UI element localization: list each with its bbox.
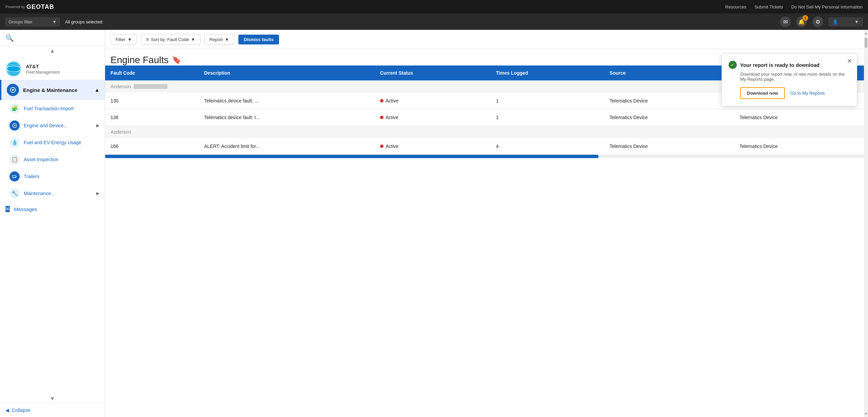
notifications-button[interactable]: 🔔 1 [796, 16, 807, 27]
reports-label: Go to My Reports [790, 91, 825, 96]
sidebar-item-fuel-transaction[interactable]: 🧩 Fuel Transaction Import [0, 100, 105, 117]
group-name-cell: Anderson [111, 129, 859, 135]
fuel-ev-icon: 💧 [9, 137, 20, 148]
sidebar-label-fuel-ev: Fuel and EV Energy Usage [24, 140, 99, 145]
page-title-text: Engine Faults [111, 55, 169, 65]
col-current-status: Current Status [375, 65, 491, 80]
sort-button[interactable]: ≡ Sort by: Fault Code ▼ [141, 34, 200, 45]
cell-status: Active [375, 93, 491, 109]
submit-tickets-link[interactable]: Submit Tickets [754, 4, 783, 10]
resources-link[interactable]: Resources [725, 4, 746, 10]
collapse-chevron-icon: ◀ [5, 407, 9, 413]
sidebar-item-engine-device[interactable]: Engine and Device... ▶ [0, 117, 105, 134]
notification-title: Your report is ready to download [740, 62, 820, 68]
horizontal-scrollbar-thumb [105, 155, 598, 158]
sort-chevron-icon: ▼ [191, 37, 195, 42]
status-dot-icon [380, 145, 383, 148]
sidebar-label-fuel-transaction: Fuel Transaction Import [24, 106, 99, 111]
sort-icon: ≡ [146, 37, 149, 42]
col-fault-code: Fault Code [105, 65, 199, 80]
table-row: Anderson [105, 126, 864, 138]
svg-point-5 [12, 89, 14, 91]
search-icon[interactable]: 🔍 [5, 34, 14, 42]
sidebar-label-engine-device: Engine and Device... [24, 123, 92, 128]
notification-badge: 1 [803, 15, 808, 21]
cell-times-logged: 4 [491, 138, 604, 155]
svg-point-14 [15, 177, 16, 178]
user-chevron-icon: ▼ [854, 19, 859, 24]
download-now-button[interactable]: Download now [740, 87, 785, 99]
table-row[interactable]: 136 Telematics device fault: t... Active… [105, 109, 864, 126]
report-button[interactable]: Report ▼ [204, 34, 234, 45]
do-not-sell-link[interactable]: Do Not Sell My Personal Information [791, 4, 863, 10]
engine-device-icon [9, 120, 20, 131]
topbar-icons: ✉ 🔔 1 ⚙ 👤 ▼ [780, 16, 863, 27]
col-description: Description [199, 65, 375, 80]
notification-popup: ✕ ✓ Your report is ready to download Dow… [722, 54, 857, 106]
sidebar-item-trailers[interactable]: Trailers [0, 168, 105, 185]
dismiss-faults-button[interactable]: Dismiss faults [238, 35, 279, 44]
brand-text: AT&T Fleet Management [26, 63, 60, 75]
sidebar: 🔍 ▲ AT&T Fleet Management Engine & Maint… [0, 30, 105, 417]
trailers-icon [9, 171, 20, 182]
sidebar-brand: AT&T Fleet Management [0, 55, 105, 80]
collapse-label: Collapse [12, 407, 30, 413]
cell-status: Active [375, 138, 491, 155]
sidebar-label-trailers: Trailers [24, 174, 99, 179]
sidebar-collapse-button[interactable]: ◀ Collapse [0, 403, 105, 417]
sidebar-item-asset-inspection[interactable]: 📋 Asset Inspection [0, 151, 105, 168]
sidebar-scroll-down-button[interactable]: ▼ [0, 394, 105, 403]
cell-description: Telematics device fault: ... [199, 93, 375, 109]
brand-area: Powered by GEOTAB [5, 3, 54, 11]
vertical-scrollbar[interactable]: ▲ ▼ [864, 30, 868, 417]
cell-protocol: Telematics Device [734, 138, 864, 155]
top-bar: Powered by GEOTAB Resources Submit Ticke… [0, 0, 868, 14]
cell-times-logged: 1 [491, 109, 604, 126]
maintenance-icon: 🔧 [9, 188, 20, 198]
mail-icon-button[interactable]: ✉ [780, 16, 791, 27]
filter-button[interactable]: Filter ▼ [111, 34, 137, 45]
top-nav: Resources Submit Tickets Do Not Sell My … [725, 4, 863, 10]
horizontal-scrollbar[interactable] [105, 155, 864, 158]
report-label: Report [210, 37, 223, 42]
sidebar-scroll-up-button[interactable]: ▲ [0, 46, 105, 55]
cell-fault-code: 136 [105, 109, 199, 126]
user-dropdown[interactable]: 👤 ▼ [829, 18, 863, 26]
settings-button[interactable]: ⚙ [812, 16, 823, 27]
user-icon: 👤 [832, 19, 838, 24]
fault-table-container: Fault Code Description Current Status Ti… [105, 65, 864, 417]
cell-source: Telematics Device [604, 109, 734, 126]
group-name-label: Anderson [111, 129, 131, 135]
sidebar-item-messages[interactable]: ✉ Messages [0, 202, 105, 216]
sidebar-item-engine-maintenance[interactable]: Engine & Maintenance ▲ [0, 80, 105, 100]
att-logo-icon [5, 61, 22, 77]
status-label: Active [386, 144, 398, 149]
table-row[interactable]: 166 ALERT: Accident limit for... Active … [105, 138, 864, 155]
maintenance-arrow-icon: ▶ [96, 191, 99, 196]
sidebar-scroll-area: 🧩 Fuel Transaction Import Engine and Dev… [0, 100, 105, 394]
main-layout: 🔍 ▲ AT&T Fleet Management Engine & Maint… [0, 30, 868, 417]
col-times-logged: Times Logged [491, 65, 604, 80]
asset-inspection-icon: 📋 [9, 154, 20, 165]
sidebar-item-fuel-ev[interactable]: 💧 Fuel and EV Energy Usage [0, 134, 105, 151]
groups-filter-select[interactable]: Groups filter ▼ [5, 18, 60, 26]
cell-source: Telematics Device [604, 138, 734, 155]
close-notification-button[interactable]: ✕ [847, 57, 852, 65]
dismiss-label: Dismiss faults [244, 37, 274, 42]
content-area: Filter ▼ ≡ Sort by: Fault Code ▼ Report … [105, 30, 864, 417]
cell-fault-code: 166 [105, 138, 199, 155]
go-to-reports-link[interactable]: Go to My Reports [790, 91, 825, 96]
sidebar-item-maintenance[interactable]: 🔧 Maintenance... ▶ [0, 185, 105, 202]
filter-chevron-icon: ▼ [127, 37, 132, 42]
vertical-scrollbar-thumb [865, 38, 867, 48]
sort-label: Sort by: Fault Code [151, 37, 189, 42]
engine-icon [7, 84, 19, 96]
cell-fault-code: 130 [105, 93, 199, 109]
svg-rect-12 [12, 175, 16, 177]
groups-bar: Groups filter ▼ All groups selected ✉ 🔔 … [0, 14, 868, 30]
arrow-icon: ▶ [96, 123, 99, 128]
sidebar-label-maintenance: Maintenance... [24, 191, 92, 196]
toolbar: Filter ▼ ≡ Sort by: Fault Code ▼ Report … [105, 30, 864, 49]
bookmark-icon[interactable]: 🔖 [172, 56, 181, 64]
download-label: Download now [747, 91, 778, 96]
